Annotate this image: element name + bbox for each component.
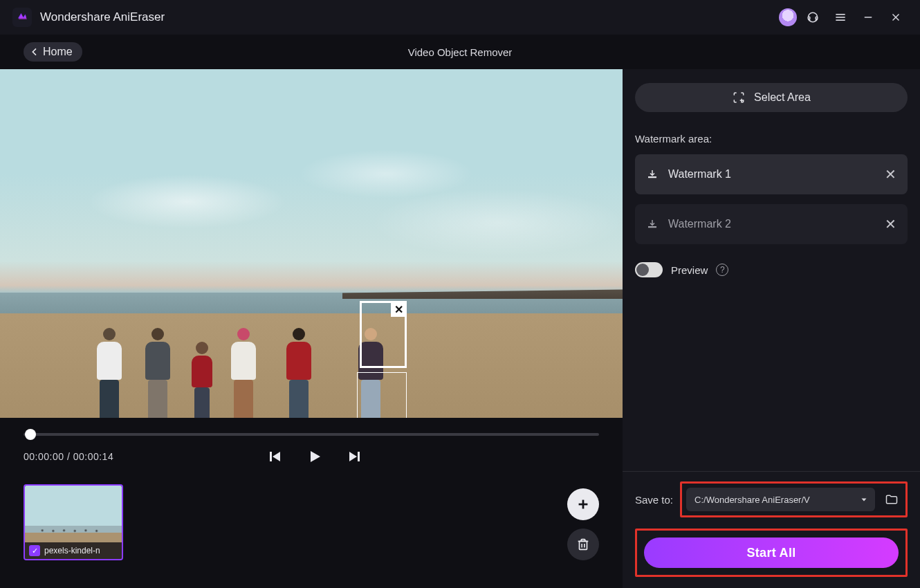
svg-marker-13 <box>349 452 357 461</box>
save-path-callout: C:/Wondershare AniEraser/V <box>680 481 908 517</box>
playback-time: 00:00:00 / 00:00:14 <box>24 451 113 462</box>
save-path-dropdown[interactable]: C:/Wondershare AniEraser/V <box>686 488 875 511</box>
app-title: Wondershare AniEraser <box>40 10 165 24</box>
svg-rect-2 <box>816 17 818 19</box>
scrubber-thumb[interactable] <box>25 429 36 440</box>
menu-icon[interactable] <box>829 6 852 29</box>
watermark-label: Watermark 2 <box>668 218 731 230</box>
timeline-scrubber[interactable] <box>24 430 599 439</box>
watermark-item-2[interactable]: Watermark 2 ✕ <box>635 204 908 244</box>
watermark-remove-icon[interactable]: ✕ <box>885 216 896 232</box>
start-callout: Start All <box>635 529 908 577</box>
title-bar: Wondershare AniEraser <box>0 0 920 35</box>
duration: 00:00:14 <box>73 451 114 462</box>
watermark-remove-icon[interactable]: ✕ <box>885 166 896 183</box>
watermark-label: Watermark 1 <box>668 168 731 181</box>
select-area-label: Select Area <box>754 91 811 104</box>
chevron-down-icon <box>860 495 868 504</box>
svg-rect-22 <box>648 176 656 178</box>
browse-folder-button[interactable] <box>882 490 901 509</box>
current-time: 00:00:00 <box>24 451 64 462</box>
home-button[interactable]: Home <box>24 42 82 62</box>
svg-marker-11 <box>311 451 320 462</box>
save-to-label: Save to: <box>635 494 673 506</box>
selection-close-icon[interactable]: ✕ <box>391 302 406 317</box>
svg-rect-12 <box>358 452 360 461</box>
delete-clip-button[interactable] <box>567 529 599 560</box>
selection-box-1[interactable]: ✕ <box>360 301 407 368</box>
support-icon[interactable] <box>801 6 825 29</box>
avatar[interactable] <box>779 8 797 26</box>
svg-rect-16 <box>580 541 587 549</box>
start-all-button[interactable]: Start All <box>644 538 899 568</box>
divider <box>623 471 920 472</box>
svg-marker-24 <box>862 499 867 502</box>
prev-button[interactable] <box>266 448 283 465</box>
thumbnail-label: pexels-kindel-n <box>44 546 100 555</box>
add-clip-button[interactable] <box>567 488 599 520</box>
next-button[interactable] <box>347 448 363 465</box>
svg-rect-9 <box>270 452 272 461</box>
play-button[interactable] <box>306 448 323 465</box>
watermark-icon <box>646 168 659 181</box>
help-icon[interactable]: ? <box>716 264 728 276</box>
sub-header: Home Video Object Remover <box>0 35 920 69</box>
app-logo-icon <box>12 8 32 27</box>
home-label: Home <box>43 46 73 58</box>
preview-toggle[interactable] <box>635 262 663 277</box>
thumbnail-check-icon[interactable]: ✓ <box>29 545 40 556</box>
svg-rect-23 <box>648 226 656 228</box>
page-title: Video Object Remover <box>408 46 513 58</box>
start-all-label: Start All <box>746 546 795 560</box>
select-area-button[interactable]: Select Area <box>635 83 908 112</box>
preview-label: Preview <box>671 264 708 276</box>
clip-thumbnail[interactable]: ✓ pexels-kindel-n <box>24 484 123 560</box>
video-preview[interactable]: ✕ <box>0 69 623 418</box>
save-path-value: C:/Wondershare AniEraser/V <box>694 495 856 505</box>
close-button[interactable] <box>884 6 908 29</box>
svg-rect-1 <box>808 17 810 19</box>
minimize-button[interactable] <box>856 6 880 29</box>
watermark-heading: Watermark area: <box>635 133 908 145</box>
selection-box-2[interactable] <box>357 372 407 418</box>
watermark-icon <box>646 218 659 230</box>
watermark-item-1[interactable]: Watermark 1 ✕ <box>635 154 908 194</box>
svg-marker-10 <box>273 452 280 461</box>
